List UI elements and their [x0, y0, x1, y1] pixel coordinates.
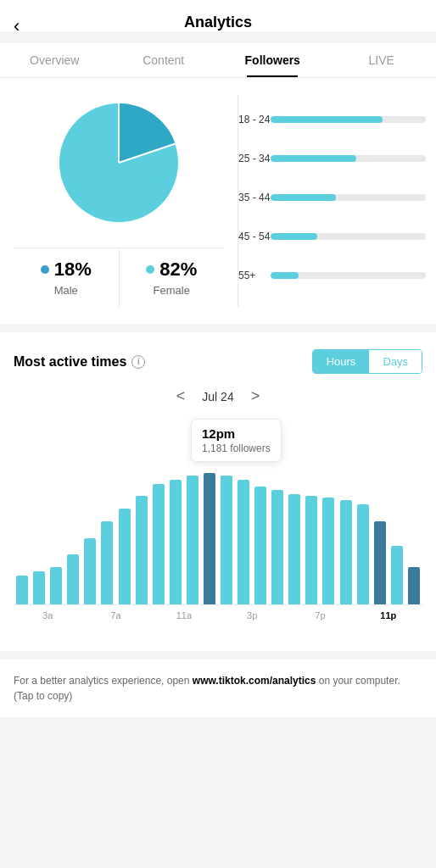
tab-bar: Overview Content Followers LIVE: [0, 43, 436, 78]
bar-column: [372, 521, 388, 604]
analytics-link[interactable]: www.tiktok.com/analytics: [193, 675, 316, 687]
male-dot: [41, 265, 49, 274]
x-axis-label: 3a: [14, 610, 81, 620]
bar: [288, 494, 300, 604]
bar-column: [320, 498, 337, 604]
gender-legend: 18% Male 82% Female: [14, 248, 224, 307]
bar: [136, 496, 148, 604]
bar: [119, 509, 131, 604]
bar-column: [31, 571, 48, 604]
age-bar-fill: [271, 116, 383, 123]
bar: [153, 484, 165, 604]
age-row: 35 - 44: [238, 192, 426, 203]
bar: [340, 500, 352, 604]
bar-column: [201, 473, 218, 604]
bar-column: [98, 521, 115, 604]
age-bar-fill: [271, 155, 356, 162]
age-bar-fill: [271, 233, 317, 240]
footer-note[interactable]: For a better analytics experience, open …: [0, 659, 436, 717]
bar: [67, 554, 79, 604]
pie-section: 18% Male 82% Female: [0, 95, 238, 307]
x-axis-label: 3p: [218, 610, 286, 620]
bar: [33, 571, 45, 604]
female-gender-item: 82% Female: [120, 248, 225, 307]
current-date: Jul 24: [202, 390, 233, 403]
bar: [16, 576, 28, 604]
time-toggle: Hours Days: [312, 349, 422, 374]
bar-column: [150, 484, 167, 604]
bar-column: [81, 538, 98, 604]
info-icon[interactable]: i: [131, 355, 145, 369]
bar-column: [48, 567, 64, 604]
bar: [204, 473, 215, 604]
prev-date-button[interactable]: <: [176, 387, 186, 405]
bar-chart: 12pm 1,181 followers 3a7a11a3p7p11p: [14, 419, 422, 651]
days-toggle-btn[interactable]: Days: [369, 350, 422, 373]
page-title: Analytics: [14, 14, 422, 31]
x-axis-label: 7a: [81, 610, 149, 620]
bar-column: [405, 567, 422, 604]
active-times-section: Most active times i Hours Days < Jul 24 …: [0, 332, 436, 651]
age-label: 45 - 54: [238, 231, 271, 242]
bar: [322, 498, 334, 604]
tooltip-time: 12pm: [202, 426, 271, 441]
active-times-header: Most active times i Hours Days: [14, 349, 422, 374]
bar-column: [115, 509, 132, 604]
gender-pie-chart: [51, 95, 187, 231]
bar: [170, 480, 182, 604]
next-date-button[interactable]: >: [251, 387, 260, 405]
bar: [271, 490, 283, 604]
bar: [238, 480, 249, 604]
bar-column: [218, 476, 235, 604]
bar-column: [14, 576, 31, 604]
age-bar: [271, 233, 426, 240]
x-axis-label: 7p: [286, 610, 354, 620]
female-label: Female: [154, 284, 190, 297]
bar-column: [269, 490, 286, 604]
bar-column: [252, 487, 269, 604]
age-bar-fill: [271, 272, 299, 279]
age-row: 18 - 24: [238, 114, 426, 125]
x-axis-label: 11a: [150, 610, 218, 620]
female-dot: [146, 265, 154, 274]
tooltip-count: 1,181 followers: [202, 442, 271, 454]
hours-toggle-btn[interactable]: Hours: [313, 350, 370, 373]
bar-column: [303, 496, 320, 604]
bar-column: [355, 504, 372, 604]
bar: [221, 476, 232, 604]
bar: [84, 538, 96, 604]
tab-followers[interactable]: Followers: [218, 43, 327, 77]
age-bar: [271, 116, 426, 123]
bar-column: [133, 496, 150, 604]
x-axis-label: 11p: [355, 610, 422, 620]
age-label: 55+: [238, 270, 271, 281]
bar-column: [388, 546, 405, 604]
age-bar: [271, 194, 426, 201]
x-axis-labels: 3a7a11a3p7p11p: [14, 605, 422, 626]
header: ‹ Analytics: [0, 0, 436, 31]
active-times-title: Most active times i: [14, 354, 145, 370]
date-navigation: < Jul 24 >: [14, 387, 422, 405]
back-button[interactable]: ‹: [14, 15, 20, 37]
age-label: 25 - 34: [238, 153, 271, 164]
age-bar: [271, 155, 426, 162]
age-section: 18 - 24 25 - 34 35 - 44 45 - 54 55+: [238, 95, 436, 307]
bar: [305, 496, 317, 604]
male-percent: 18%: [41, 259, 92, 281]
tab-overview[interactable]: Overview: [0, 43, 109, 77]
male-label: Male: [54, 284, 78, 297]
bar: [408, 567, 420, 604]
bar: [254, 487, 266, 604]
age-row: 25 - 34: [238, 153, 426, 164]
gender-age-section: 18% Male 82% Female 18 - 24 25 - 34: [0, 78, 436, 324]
tab-content[interactable]: Content: [109, 43, 219, 77]
bar-column: [184, 476, 201, 604]
female-percent: 82%: [146, 259, 197, 281]
chart-tooltip: 12pm 1,181 followers: [191, 419, 282, 462]
bar-column: [337, 500, 354, 604]
age-row: 55+: [238, 270, 426, 281]
tab-live[interactable]: LIVE: [327, 43, 437, 77]
bar-column: [235, 480, 252, 604]
bar: [391, 546, 403, 604]
age-bar-fill: [271, 194, 336, 201]
